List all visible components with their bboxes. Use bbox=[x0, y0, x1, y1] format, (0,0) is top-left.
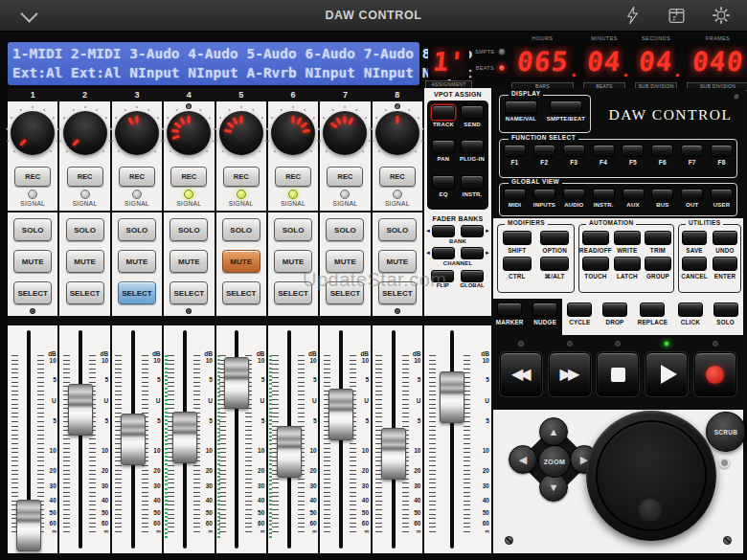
vpot-assign-button[interactable] bbox=[461, 105, 484, 120]
lightning-icon[interactable] bbox=[622, 5, 643, 26]
undo-button[interactable] bbox=[713, 231, 737, 245]
solo-button[interactable]: SOLO bbox=[170, 218, 208, 241]
bank-left-button[interactable] bbox=[432, 225, 455, 237]
bank-right-button[interactable] bbox=[461, 225, 484, 237]
trim-button[interactable] bbox=[645, 231, 671, 245]
fast-forward-button[interactable]: ▶▶ bbox=[549, 352, 591, 396]
touch-button[interactable] bbox=[582, 257, 609, 271]
solo-button[interactable]: SOLO bbox=[274, 218, 312, 241]
play-button[interactable] bbox=[645, 352, 688, 396]
mute-button[interactable]: MUTE bbox=[118, 250, 156, 273]
alt-button[interactable] bbox=[540, 257, 569, 271]
f2-button[interactable] bbox=[533, 145, 555, 157]
rec-button[interactable]: REC bbox=[14, 167, 51, 187]
mute-button[interactable]: MUTE bbox=[222, 250, 260, 273]
vpot-knob[interactable] bbox=[167, 111, 211, 155]
option-button[interactable] bbox=[540, 231, 569, 245]
select-button[interactable]: SELECT bbox=[118, 281, 156, 304]
solo-button[interactable]: SOLO bbox=[13, 218, 52, 241]
drop-button[interactable] bbox=[602, 302, 627, 317]
rec-button[interactable]: REC bbox=[223, 167, 260, 187]
fader-cap[interactable] bbox=[381, 428, 406, 480]
marker-button[interactable] bbox=[497, 302, 522, 317]
solo-button[interactable]: SOLO bbox=[66, 218, 104, 241]
nameval-button[interactable] bbox=[505, 101, 537, 114]
mute-button[interactable]: MUTE bbox=[274, 250, 312, 273]
fader-cap[interactable] bbox=[440, 371, 464, 423]
select-button[interactable]: SELECT bbox=[274, 281, 312, 304]
write-button[interactable] bbox=[614, 231, 641, 245]
fader-cap[interactable] bbox=[224, 357, 249, 409]
shift-button[interactable] bbox=[503, 231, 532, 245]
solo-button[interactable]: SOLO bbox=[326, 218, 364, 241]
global-button[interactable] bbox=[461, 270, 484, 282]
f8-button[interactable] bbox=[711, 145, 733, 157]
aux-button[interactable] bbox=[622, 189, 645, 200]
audio-button[interactable] bbox=[563, 189, 585, 200]
rec-button[interactable]: REC bbox=[379, 167, 416, 187]
vpot-assign-button[interactable] bbox=[461, 140, 484, 154]
vpot-assign-button[interactable] bbox=[461, 175, 484, 190]
bank-right-button[interactable] bbox=[461, 247, 484, 259]
fader-cap[interactable] bbox=[16, 500, 41, 551]
f5-button[interactable] bbox=[622, 145, 644, 157]
select-button[interactable]: SELECT bbox=[66, 281, 104, 304]
zoom-left-button[interactable]: ◀ bbox=[509, 445, 537, 474]
rec-button[interactable]: REC bbox=[275, 167, 311, 187]
package-icon[interactable] bbox=[666, 5, 688, 26]
vpot-knob[interactable] bbox=[115, 111, 159, 155]
vpot-knob[interactable] bbox=[323, 111, 367, 155]
mute-button[interactable]: MUTE bbox=[378, 250, 417, 273]
user-button[interactable] bbox=[711, 189, 733, 200]
bus-button[interactable] bbox=[651, 189, 673, 200]
rec-button[interactable]: REC bbox=[170, 167, 207, 187]
scrub-button[interactable]: SCRUB bbox=[706, 412, 746, 452]
solo-button[interactable]: SOLO bbox=[378, 218, 417, 241]
settings-gear-icon[interactable] bbox=[711, 5, 732, 26]
jog-wheel[interactable] bbox=[586, 411, 716, 541]
group-button[interactable] bbox=[645, 257, 671, 271]
rec-button[interactable]: REC bbox=[119, 167, 155, 187]
readoff-button[interactable] bbox=[582, 231, 609, 245]
zoom-up-button[interactable]: ▲ bbox=[539, 417, 568, 446]
vpot-assign-button[interactable] bbox=[432, 140, 455, 154]
cycle-button[interactable] bbox=[567, 302, 592, 317]
rec-button[interactable]: REC bbox=[67, 167, 103, 187]
vpot-knob[interactable] bbox=[271, 111, 315, 155]
flip-button[interactable] bbox=[431, 270, 454, 282]
smptebeat-button[interactable] bbox=[550, 101, 582, 114]
select-button[interactable]: SELECT bbox=[222, 281, 260, 304]
mute-button[interactable]: MUTE bbox=[13, 250, 52, 273]
out-button[interactable] bbox=[681, 189, 703, 200]
select-button[interactable]: SELECT bbox=[326, 281, 364, 304]
vpot-knob[interactable] bbox=[11, 111, 55, 155]
save-button[interactable] bbox=[682, 231, 707, 245]
vpot-knob[interactable] bbox=[63, 111, 107, 155]
vpot-assign-button[interactable] bbox=[432, 105, 455, 120]
click-button[interactable] bbox=[678, 302, 703, 317]
solo-button[interactable] bbox=[713, 302, 738, 317]
solo-button[interactable]: SOLO bbox=[222, 218, 260, 241]
nudge-button[interactable] bbox=[532, 302, 557, 317]
zoom-center-button[interactable]: ZOOM bbox=[538, 445, 571, 478]
bank-left-button[interactable] bbox=[432, 247, 455, 259]
f7-button[interactable] bbox=[681, 145, 703, 157]
fader-cap[interactable] bbox=[68, 384, 93, 436]
fader-cap[interactable] bbox=[172, 412, 197, 463]
vpot-knob[interactable] bbox=[375, 111, 419, 155]
rewind-button[interactable]: ◀◀ bbox=[500, 352, 542, 396]
fader-cap[interactable] bbox=[328, 389, 353, 440]
mute-button[interactable]: MUTE bbox=[326, 250, 364, 273]
solo-button[interactable]: SOLO bbox=[118, 218, 156, 241]
select-button[interactable]: SELECT bbox=[170, 281, 208, 304]
stop-button[interactable] bbox=[597, 352, 639, 396]
ctrl-button[interactable] bbox=[503, 257, 532, 271]
vpot-assign-button[interactable] bbox=[432, 175, 455, 190]
select-button[interactable]: SELECT bbox=[378, 281, 417, 304]
midi-button[interactable] bbox=[504, 189, 526, 200]
rec-button[interactable]: REC bbox=[327, 167, 363, 187]
enter-button[interactable] bbox=[713, 257, 737, 271]
f4-button[interactable] bbox=[593, 145, 615, 157]
latch-button[interactable] bbox=[614, 257, 641, 271]
replace-button[interactable] bbox=[640, 302, 665, 317]
